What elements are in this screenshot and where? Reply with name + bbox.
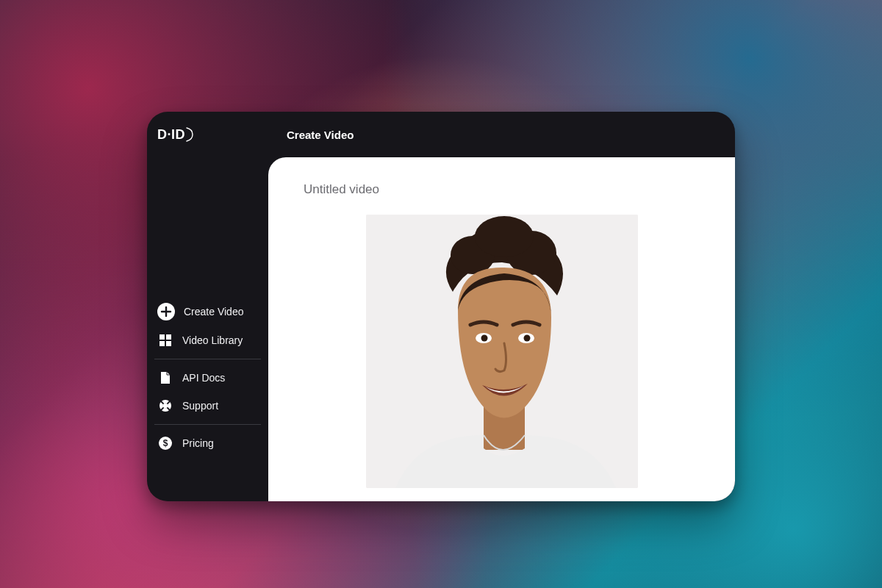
- sidebar-item-pricing[interactable]: $ Pricing: [147, 429, 268, 457]
- sidebar-item-api-docs[interactable]: API Docs: [147, 364, 268, 392]
- brand-logo-text: D·ID: [157, 127, 185, 143]
- svg-point-19: [481, 335, 487, 342]
- sidebar-item-label: Video Library: [182, 334, 243, 346]
- app-window: D·ID Create Video Create Video Video Lib…: [147, 112, 735, 501]
- svg-point-15: [475, 216, 534, 257]
- sidebar-item-label: Pricing: [182, 437, 214, 449]
- sidebar-separator: [154, 424, 261, 425]
- svg-text:$: $: [163, 438, 168, 448]
- body-row: Create Video Video Library API Docs: [147, 157, 735, 501]
- logo-area: D·ID: [147, 126, 268, 143]
- svg-rect-1: [159, 334, 165, 340]
- content-panel: [268, 157, 735, 501]
- brand-logo[interactable]: D·ID: [157, 126, 196, 143]
- topbar: D·ID Create Video: [147, 112, 735, 157]
- svg-point-20: [523, 335, 530, 342]
- presenter-preview[interactable]: [366, 215, 638, 488]
- sidebar-item-label: Support: [182, 400, 218, 412]
- sidebar: Create Video Video Library API Docs: [147, 157, 268, 501]
- sidebar-item-create-video[interactable]: Create Video: [147, 297, 268, 326]
- brand-logo-mark-icon: [185, 126, 196, 143]
- sidebar-item-label: Create Video: [184, 306, 243, 318]
- sidebar-item-support[interactable]: Support: [147, 392, 268, 420]
- svg-rect-2: [166, 334, 171, 340]
- svg-rect-4: [166, 341, 171, 346]
- grid-icon: [157, 332, 173, 348]
- lifebuoy-icon: [157, 398, 173, 414]
- svg-rect-3: [159, 341, 165, 346]
- document-icon: [157, 370, 173, 386]
- dollar-circle-icon: $: [157, 435, 173, 451]
- sidebar-separator: [154, 359, 261, 359]
- page-title: Create Video: [268, 129, 354, 141]
- video-title-input[interactable]: [298, 175, 542, 204]
- presenter-avatar-icon: [366, 215, 638, 488]
- sidebar-item-label: API Docs: [182, 372, 225, 384]
- sidebar-item-video-library[interactable]: Video Library: [147, 326, 268, 354]
- preview-area: [298, 215, 706, 501]
- plus-circle-icon: [157, 303, 175, 320]
- svg-point-9: [163, 404, 168, 408]
